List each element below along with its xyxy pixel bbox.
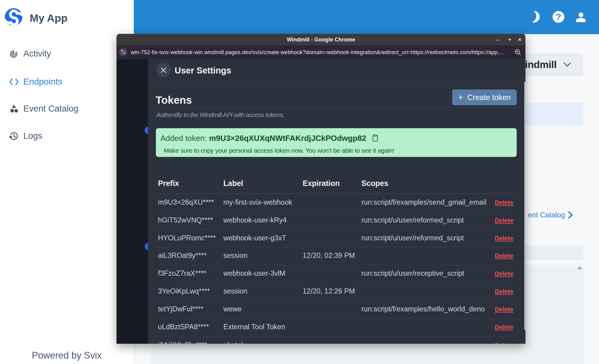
svg-text:?: ? <box>556 12 561 22</box>
